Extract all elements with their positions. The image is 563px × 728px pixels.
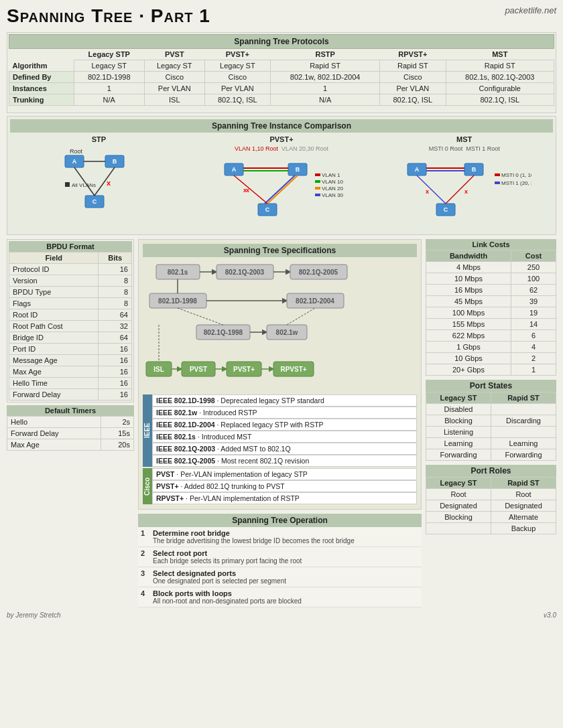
flow-diagram: 802.1s 802.1Q-2003 802.1Q-2005 802.1D-19… (143, 261, 417, 392)
svg-line-22 (265, 175, 295, 204)
port-roles-header: Port Roles (426, 465, 556, 477)
legacy-state: Forwarding (426, 449, 491, 461)
main-layout: BPDU Format Field Bits Protocol ID16Vers… (7, 239, 556, 607)
bandwidth: 622 Mbps (426, 330, 511, 342)
row-cell: 1 (271, 83, 380, 94)
svg-text:Root: Root (70, 148, 83, 155)
svg-text:B: B (113, 158, 117, 165)
cisco-label: Cisco (143, 468, 152, 504)
svg-text:B: B (296, 166, 300, 173)
bpdu-field: Root ID (9, 309, 99, 321)
step-desc: All non-root and non-desginated ports ar… (153, 597, 302, 605)
bpdu-field: Version (9, 275, 99, 287)
cost: 4 (511, 342, 556, 353)
legacy-col: Legacy ST (426, 392, 491, 404)
mst-diagram: MST MSTI 0 Root MSTI 1 Root A B C (375, 135, 553, 232)
row-cell: Cisco (380, 72, 446, 83)
col-mst: MST (446, 49, 554, 60)
bpdu-field-col: Field (9, 252, 99, 264)
row-cell: Rapid ST (380, 60, 446, 72)
step-num: 4 (141, 589, 149, 605)
row-cell: Cisco (144, 72, 204, 83)
row-cell: Rapid ST (271, 60, 380, 72)
svg-rect-26 (315, 173, 320, 176)
row-cell: Configurable (446, 83, 554, 94)
row-cell: Legacy ST (204, 60, 270, 72)
svg-text:VLAN 1: VLAN 1 (322, 172, 340, 178)
ieee-note-5: IEEE 802.1Q-2003 · Added MST to 802.1Q (152, 443, 417, 455)
bandwidth: 100 Mbps (426, 307, 511, 319)
author: by Jeremy Stretch (7, 611, 61, 619)
step-num: 1 (141, 529, 149, 544)
row-cell: N/A (271, 94, 380, 106)
legacy-role: Designated (426, 500, 491, 512)
svg-text:MSTI 1 (20, 30): MSTI 1 (20, 30) (501, 180, 531, 186)
step-title: Determine root bridge (153, 529, 355, 537)
step-title: Select root port (153, 549, 302, 557)
bandwidth: 45 Mbps (426, 296, 511, 307)
row-cell: 802.1Q, ISL (380, 94, 446, 106)
cost: 14 (511, 319, 556, 330)
bpdu-bits: 16 (99, 355, 132, 366)
svg-line-70 (287, 308, 315, 325)
rapid-state (491, 427, 556, 438)
stp-step: 2 Select root port Each bridge selects i… (138, 547, 422, 567)
row-label: Trunking (9, 94, 74, 106)
svg-text:PVST: PVST (190, 366, 207, 373)
svg-text:x: x (246, 187, 249, 194)
rapid-state: Learning (491, 438, 556, 449)
bpdu-bits: 64 (99, 309, 132, 321)
step-desc: Each bridge selects its primary port fac… (153, 557, 302, 565)
bpdu-field: BPDU Type (9, 287, 99, 298)
cost: 62 (511, 285, 556, 296)
svg-text:C: C (265, 206, 270, 213)
stp-step: 4 Block ports with loops All non-root an… (138, 587, 422, 607)
timer-name: Max Age (7, 439, 101, 451)
bpdu-section: BPDU Format Field Bits Protocol ID16Vers… (7, 239, 134, 403)
cost: 2 (511, 353, 556, 364)
flow-svg: 802.1s 802.1Q-2003 802.1Q-2005 802.1D-19… (143, 261, 417, 392)
row-cell: Legacy ST (74, 60, 144, 72)
bpdu-field: Bridge ID (9, 332, 99, 344)
svg-text:802.1D-2004: 802.1D-2004 (296, 297, 334, 305)
cost-col: Cost (511, 250, 556, 262)
pvst-diagram: PVST+ VLAN 1,10 Root VLAN 20,30 Root A B… (193, 135, 371, 232)
bpdu-field: Flags (9, 298, 99, 309)
bandwidth: 10 Gbps (426, 353, 511, 364)
protocols-section: Spanning Tree Protocols Legacy STP PVST … (7, 32, 556, 113)
svg-text:x: x (107, 179, 111, 187)
svg-text:802.1s: 802.1s (168, 269, 188, 276)
rapid-roles-col: Rapid ST (491, 478, 556, 489)
bpdu-bits: 16 (99, 378, 132, 389)
step-desc: The bridge advertising the lowest bridge… (153, 537, 355, 544)
row-cell: Rapid ST (446, 60, 554, 72)
col-rpvstplus: RPVST+ (380, 49, 446, 60)
svg-rect-48 (495, 181, 500, 184)
svg-text:ISL: ISL (153, 366, 164, 373)
row-label: Defined By (9, 72, 74, 83)
step-content: Select designated ports One designated p… (153, 569, 286, 585)
mst-svg: A B C x x (397, 153, 531, 230)
svg-text:VLAN 10: VLAN 10 (322, 179, 344, 185)
svg-text:A: A (414, 166, 419, 173)
bandwidth: 10 Mbps (426, 273, 511, 285)
legacy-role (426, 523, 491, 534)
ieee-note-2: IEEE 802.1w · Introduced RSTP (152, 407, 417, 419)
bw-col: Bandwidth (426, 250, 511, 262)
ieee-note-6: IEEE 802.1Q-2005 · Most recent 802.1Q re… (152, 455, 417, 467)
rapid-role: Backup (491, 523, 556, 534)
legacy-state: Listening (426, 427, 491, 438)
bpdu-field: Max Age (9, 366, 99, 378)
row-cell: 802.1Q, ISL (204, 94, 270, 106)
link-costs-header: Link Costs (426, 239, 556, 250)
link-costs-section: Link Costs Bandwidth Cost 4 Mbps25010 Mb… (426, 239, 556, 376)
bandwidth: 4 Mbps (426, 262, 511, 273)
svg-text:RPVST+: RPVST+ (280, 366, 306, 373)
timers-table: Hello2sForward Delay15sMax Age20s (7, 416, 134, 451)
col-pvst: PVST (144, 49, 204, 60)
svg-text:All VLANs: All VLANs (72, 182, 96, 188)
bpdu-bits: 16 (99, 389, 132, 401)
rapid-state: Discarding (491, 415, 556, 427)
bpdu-bits: 16 (99, 344, 132, 355)
cisco-note-3: RPVST+ · Per-VLAN implementation of RSTP (152, 492, 417, 504)
